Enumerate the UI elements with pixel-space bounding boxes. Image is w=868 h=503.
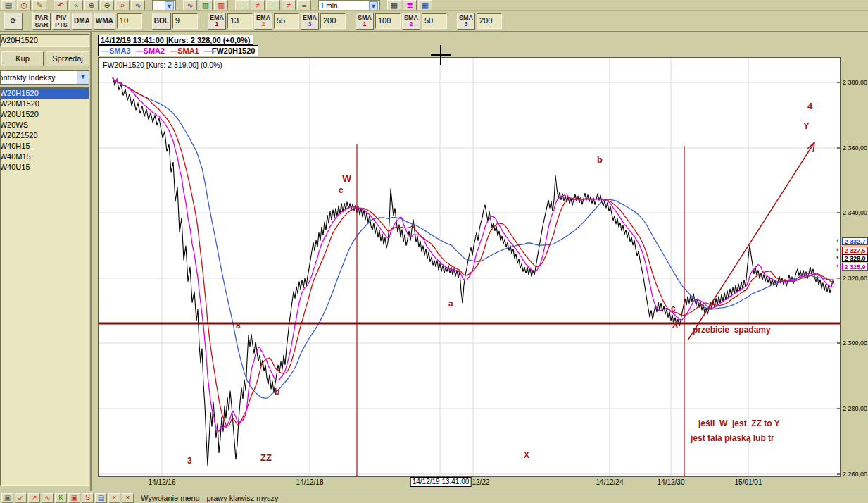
chart-title: FW20H1520 [Kurs: 2 319,00] (0,0%): [103, 61, 222, 69]
chart-annotation: Y: [803, 120, 810, 131]
x-axis-label: 12/22: [472, 478, 489, 486]
sidebar: FW20H1520 Kup Sprzedaj Kontrakty Indeksy…: [0, 32, 92, 491]
price-tag-pointer: ‹: [836, 262, 842, 269]
table-chart-icon[interactable]: ▦: [387, 0, 401, 11]
chart-annotation: c: [339, 185, 344, 195]
instrument-item-fw20m1520[interactable]: FW20M1520: [0, 99, 89, 109]
ema1-button[interactable]: EMA1: [208, 13, 226, 30]
chart-annotation: b: [275, 387, 279, 397]
price-tag: 2 327,5: [842, 247, 868, 254]
print-icon[interactable]: ▤: [1, 0, 15, 11]
chevron-down-icon[interactable]: ▼: [77, 71, 89, 84]
wma-period-field[interactable]: 10: [117, 13, 142, 29]
ema3-period-field[interactable]: 200: [320, 13, 346, 29]
print-icon[interactable]: ▤: [95, 493, 107, 503]
ema1-period-field[interactable]: 13: [227, 13, 253, 29]
ema2-button[interactable]: EMA2: [254, 13, 272, 30]
legend-item-fw20h1520: —FW20H1520: [204, 46, 256, 56]
delete-all-icon[interactable]: ×: [122, 493, 134, 503]
x-axis-label: 14/12/18: [296, 478, 324, 486]
legend-item-sma2: —SMA2: [136, 46, 165, 56]
delete-icon[interactable]: ×: [108, 493, 120, 503]
chart-annotation: W: [342, 173, 351, 184]
chart-annotation: X: [524, 450, 529, 460]
instrument-group-select[interactable]: Kontrakty Indeksy ▼: [0, 70, 89, 85]
dma-button[interactable]: DMA: [72, 13, 92, 30]
reload-button[interactable]: ⟳: [4, 13, 23, 30]
sell-button[interactable]: Sprzedaj: [46, 51, 89, 66]
buy-button-label: Kup: [15, 54, 30, 63]
x-axis-label: 14/12/30: [658, 478, 685, 486]
bars-red-icon[interactable]: ▥: [214, 0, 228, 11]
price-tag: 2 328,0: [842, 254, 868, 262]
save-icon[interactable]: ▣: [1, 493, 13, 503]
symbol-input[interactable]: FW20H1520: [0, 34, 89, 47]
clock-icon[interactable]: ◷: [17, 0, 31, 11]
lines-icon[interactable]: ≡: [297, 0, 311, 11]
symbol-value: FW20H1520: [0, 35, 38, 46]
wma-button[interactable]: WMA: [94, 13, 115, 30]
edit-icon[interactable]: ✎: [32, 0, 46, 11]
sma1-button[interactable]: SMA1: [356, 13, 374, 30]
arrow-down-left-icon[interactable]: ↙: [15, 493, 27, 503]
undo-icon[interactable]: ↶: [54, 0, 68, 11]
zoom-in-icon[interactable]: ⊕: [84, 0, 99, 11]
zigzag-icon[interactable]: ∿: [42, 493, 54, 503]
k-tool-icon[interactable]: K: [55, 493, 67, 503]
buy-button[interactable]: Kup: [1, 51, 44, 66]
status-bar: ▣↙↗∿K▣S▤××Wywołanie menu - prawy klawisz…: [0, 492, 868, 503]
list-chart-icon[interactable]: ≣: [403, 0, 417, 11]
ema2-period-field[interactable]: 55: [274, 13, 299, 29]
bollinger-period-field[interactable]: 9: [172, 13, 198, 29]
arrow-up-right-icon[interactable]: ↗: [28, 493, 40, 503]
chevron-down-icon[interactable]: ▼: [369, 1, 378, 11]
price-chart-svg: [99, 58, 840, 476]
chart-annotation: b: [597, 154, 603, 165]
y-axis-label: 2 380,00: [843, 79, 867, 86]
instrument-item-fw40u15[interactable]: FW40U15: [0, 162, 89, 173]
sma2-period-field[interactable]: 50: [422, 13, 447, 29]
not-equals2-icon[interactable]: ≠: [282, 0, 296, 11]
chart-info-bar: 14/12/19 13:41:00 |Kurs: 2 328,00 (+0,0%…: [98, 35, 253, 45]
sma3-button-number: 3: [459, 21, 473, 27]
instrument-item-fw40h15[interactable]: FW40H15: [0, 141, 89, 151]
grid-chart-icon[interactable]: ▦: [418, 0, 432, 11]
instrument-item-fw20h1520[interactable]: FW20H1520: [0, 88, 89, 99]
s-tool-icon[interactable]: S: [82, 493, 94, 503]
line-chart-icon[interactable]: ∿: [131, 0, 145, 11]
parabolic-sar-button[interactable]: PAR SAR: [32, 13, 51, 30]
bars-green-icon[interactable]: ▥: [199, 0, 213, 11]
bollinger-button[interactable]: BOL: [152, 13, 171, 30]
sma3-button[interactable]: SMA3: [457, 13, 475, 30]
sma2-button[interactable]: SMA2: [402, 13, 420, 30]
scroll-right-icon[interactable]: »: [115, 0, 130, 11]
sma2-button-number: 2: [404, 21, 418, 27]
x-axis-label: 14/12/24: [596, 478, 624, 486]
not-equals-icon[interactable]: ≠: [251, 0, 265, 11]
interval-dropdown-value: 1 min.: [320, 1, 339, 11]
sma3-period-field[interactable]: 200: [477, 13, 502, 29]
equals-icon[interactable]: =: [235, 0, 249, 11]
zoom-out-icon[interactable]: ⊖: [100, 0, 114, 11]
top-toolbar: ▤◷✎↶«⊕⊖»∿▼∿▥▥=≠=≠≡1 min.▼▦≣▦: [0, 0, 868, 11]
instrument-item-fw20z1520[interactable]: FW20Z1520: [0, 130, 89, 141]
ema3-button[interactable]: EMA3: [301, 13, 319, 30]
pivot-points-button[interactable]: PIV PTS: [52, 13, 70, 30]
interval-dropdown[interactable]: 1 min.▼: [318, 0, 380, 11]
study-dropdown[interactable]: ▼: [152, 0, 176, 11]
equals2-icon[interactable]: =: [266, 0, 280, 11]
trading-app-window: ▤◷✎↶«⊕⊖»∿▼∿▥▥=≠=≠≡1 min.▼▦≣▦ ⟳PAR SARPIV…: [0, 0, 868, 503]
chevron-down-icon[interactable]: ▼: [165, 1, 174, 11]
instrument-item-fw40m15[interactable]: FW40M15: [0, 151, 89, 162]
scroll-left-icon[interactable]: «: [69, 0, 83, 11]
x-axis-label: 15/01/01: [735, 478, 762, 486]
squiggle-icon[interactable]: ∿: [183, 0, 197, 11]
instrument-item-fw20u1520[interactable]: FW20U1520: [0, 109, 89, 120]
chart-plot-area[interactable]: [98, 57, 841, 477]
sma1-period-field[interactable]: 100: [375, 13, 401, 29]
chart-annotation: c: [671, 304, 676, 313]
chart-annotation: 3: [187, 456, 192, 466]
chart-annotation: jest fala płaską lub tr: [691, 433, 774, 443]
selection-box-icon[interactable]: ▣: [68, 493, 80, 503]
instrument-item-fw20ws[interactable]: FW20WS: [0, 120, 89, 130]
